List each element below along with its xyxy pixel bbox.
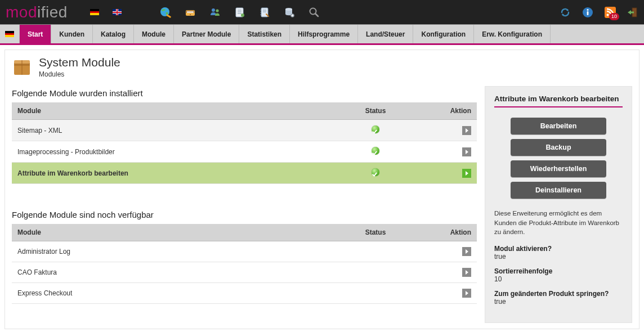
svg-point-21 [285, 8, 292, 11]
nav-item-katalog[interactable]: Katalog [93, 25, 134, 43]
col-module: Module [12, 102, 339, 120]
nav-language-flag[interactable] [0, 25, 20, 43]
rss-badge: 10 [609, 13, 619, 20]
users-icon[interactable] [209, 7, 221, 18]
nav-item-partner-module[interactable]: Partner Module [174, 25, 239, 43]
rss-icon[interactable]: 10 [605, 7, 616, 18]
col-module: Module [12, 224, 339, 241]
module-name: Administrator Log [12, 241, 339, 262]
database-icon[interactable] [284, 7, 295, 18]
module-action [412, 283, 477, 304]
config-value: true [494, 253, 623, 261]
table-row[interactable]: Imageprocessing - Produktbilder [12, 141, 477, 163]
svg-rect-31 [587, 11, 589, 15]
mailbox-icon[interactable] [185, 7, 196, 18]
info-icon[interactable] [582, 7, 593, 18]
nav-item-module[interactable]: Module [134, 25, 174, 43]
select-arrow-icon[interactable] [462, 126, 471, 135]
config-entry: Modul aktivieren?true [494, 245, 623, 261]
nav-item-hilfsprogramme[interactable]: Hilfsprogramme [290, 25, 358, 43]
select-arrow-icon[interactable] [462, 147, 471, 156]
status-ok-icon [372, 125, 379, 133]
notebook-icon[interactable] [259, 7, 270, 18]
select-arrow-icon[interactable] [462, 247, 471, 256]
edit-button[interactable]: Bearbeiten [511, 118, 606, 134]
globe-icon[interactable] [160, 7, 171, 18]
config-key: Sortierreihenfolge [494, 267, 623, 275]
table-row[interactable]: Express Checkout [12, 283, 477, 304]
config-entry: Zum geänderten Produkt springen?true [494, 290, 623, 306]
svg-point-33 [607, 14, 609, 16]
installed-modules-table: Module Status Aktion Sitemap - XMLImagep… [12, 102, 477, 184]
module-action [412, 241, 477, 262]
page-subtitle: Modules [39, 70, 120, 78]
select-arrow-icon[interactable] [462, 169, 471, 178]
module-action [412, 163, 477, 184]
top-toolbar: modified [0, 0, 644, 24]
nav-item-erw-konfiguration[interactable]: Erw. Konfiguration [474, 25, 551, 43]
flag-de-icon[interactable] [90, 9, 99, 15]
module-status [339, 283, 412, 304]
nav-item-start[interactable]: Start [20, 25, 51, 43]
panel-description: Diese Erweiterung ermöglicht es dem Kund… [494, 209, 623, 237]
select-arrow-icon[interactable] [462, 268, 471, 277]
status-ok-icon [372, 168, 379, 176]
module-name: Imageprocessing - Produktbilder [12, 141, 339, 163]
svg-point-30 [587, 8, 588, 10]
module-action [412, 262, 477, 283]
config-key: Modul aktivieren? [494, 245, 623, 253]
module-action [412, 120, 477, 141]
svg-rect-5 [187, 12, 194, 13]
col-status: Status [339, 224, 412, 241]
svg-rect-24 [291, 15, 293, 15]
page-title: System Module [39, 56, 120, 69]
brand-logo: modified [6, 3, 68, 21]
restore-button[interactable]: Wiederherstellen [511, 160, 606, 177]
nav-item-konfiguration[interactable]: Konfiguration [413, 25, 474, 43]
col-action: Aktion [412, 102, 477, 120]
svg-point-7 [212, 8, 215, 12]
config-value: 10 [494, 275, 623, 283]
installed-heading: Folgende Module wurden installiert [12, 88, 477, 98]
logout-icon[interactable] [627, 7, 638, 18]
module-status [339, 141, 412, 163]
backup-button[interactable]: Backup [511, 139, 606, 156]
table-row[interactable]: Administrator Log [12, 241, 477, 262]
config-entry: Sortierreihenfolge10 [494, 267, 623, 283]
col-status: Status [339, 102, 412, 120]
module-name: CAO Faktura [12, 262, 339, 283]
module-status [339, 241, 412, 262]
search-icon[interactable] [308, 7, 320, 18]
module-status [339, 262, 412, 283]
table-row[interactable]: CAO Faktura [12, 262, 477, 283]
config-key: Zum geänderten Produkt springen? [494, 290, 623, 298]
module-status [339, 120, 412, 141]
available-heading: Folgende Module sind noch verfügbar [12, 210, 477, 219]
svg-line-26 [315, 14, 318, 16]
nav-item-kunden[interactable]: Kunden [51, 25, 93, 43]
table-row[interactable]: Sitemap - XML [12, 120, 477, 141]
uninstall-button[interactable]: Deinstallieren [511, 182, 606, 199]
flag-en-icon[interactable] [113, 9, 122, 15]
module-action [412, 141, 477, 163]
svg-point-6 [190, 14, 191, 15]
module-status [339, 163, 412, 184]
svg-point-8 [216, 9, 218, 12]
table-row[interactable]: Attribute im Warenkorb bearbeiten [12, 163, 477, 184]
available-modules-table: Module Status Aktion Administrator LogCA… [12, 224, 477, 304]
col-action: Aktion [412, 224, 477, 241]
panel-title: Attribute im Warenkorb bearbeiten [494, 95, 623, 103]
document-icon[interactable] [234, 7, 245, 18]
nav-item-statistiken[interactable]: Statistiken [239, 25, 290, 43]
svg-rect-4 [187, 11, 194, 12]
detail-panel: Attribute im Warenkorb bearbeiten Bearbe… [485, 86, 632, 323]
nav-item-land-steuer[interactable]: Land/Steuer [358, 25, 413, 43]
main-nav: StartKundenKatalogModulePartner ModuleSt… [0, 24, 644, 45]
refresh-icon[interactable] [560, 7, 571, 18]
status-ok-icon [372, 147, 379, 155]
module-name: Sitemap - XML [12, 120, 339, 141]
config-value: true [494, 298, 623, 306]
module-name: Express Checkout [12, 283, 339, 304]
select-arrow-icon[interactable] [462, 289, 471, 298]
package-icon [12, 57, 32, 77]
